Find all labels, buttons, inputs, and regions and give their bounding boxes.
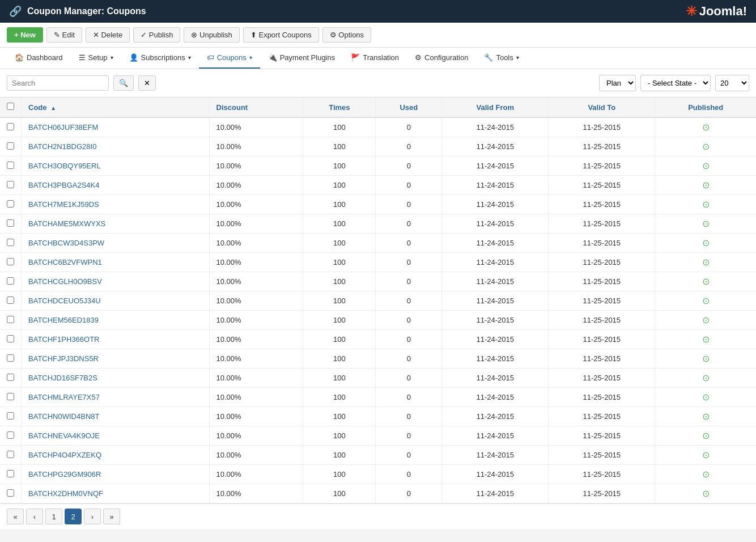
row-checkbox[interactable] <box>7 123 14 130</box>
row-checkbox-cell[interactable] <box>0 446 22 465</box>
row-checkbox[interactable] <box>7 162 14 169</box>
row-code[interactable]: BATCHJD16SF7B2S <box>22 369 210 388</box>
published-icon[interactable]: ⊙ <box>702 238 710 248</box>
row-checkbox-cell[interactable] <box>0 369 22 388</box>
row-checkbox[interactable] <box>7 431 14 439</box>
published-icon[interactable]: ⊙ <box>702 373 710 383</box>
row-code[interactable]: BATCHMLRAYE7X57 <box>22 388 210 407</box>
nav-payment-plugins[interactable]: 🔌 Payment Plugins <box>260 48 343 69</box>
clear-search-button[interactable]: ✕ <box>138 75 156 91</box>
row-checkbox[interactable] <box>7 412 14 420</box>
unpublish-button[interactable]: ⊗ Unpublish <box>184 27 239 43</box>
edit-button[interactable]: ✎ Edit <box>46 27 82 43</box>
nav-configuration[interactable]: ⚙ Configuration <box>407 48 476 69</box>
row-code[interactable]: BATCH7ME1KJ59DS <box>22 195 210 214</box>
row-published[interactable]: ⊙ <box>655 156 756 176</box>
code-link[interactable]: BATCHFJPJ3DNS5R <box>28 354 99 363</box>
row-checkbox-cell[interactable] <box>0 407 22 426</box>
row-code[interactable]: BATCHNEVA4K9OJE <box>22 426 210 446</box>
published-icon[interactable]: ⊙ <box>702 277 710 286</box>
row-checkbox-cell[interactable] <box>0 117 22 137</box>
search-input[interactable] <box>7 75 109 91</box>
published-icon[interactable]: ⊙ <box>702 219 710 228</box>
row-code[interactable]: BATCHCGLH0O9BSV <box>22 272 210 291</box>
delete-button[interactable]: ✕ Delete <box>86 27 130 43</box>
page-1-button[interactable]: 1 <box>45 509 62 524</box>
row-published[interactable]: ⊙ <box>655 407 756 426</box>
code-link[interactable]: BATCHAME5MXWYXS <box>28 219 105 228</box>
published-icon[interactable]: ⊙ <box>702 161 710 171</box>
per-page-select[interactable]: 20 <box>715 75 749 91</box>
published-icon[interactable]: ⊙ <box>702 296 710 306</box>
code-link[interactable]: BATCHPG29GM906R <box>28 470 101 479</box>
code-link[interactable]: BATCH06JUF38EFM <box>28 123 98 132</box>
row-checkbox[interactable] <box>7 451 14 458</box>
code-link[interactable]: BATCHP4O4PXZEKQ <box>28 451 101 459</box>
row-checkbox-cell[interactable] <box>0 253 22 272</box>
row-checkbox[interactable] <box>7 393 14 400</box>
row-code[interactable]: BATCHFJPJ3DNS5R <box>22 349 210 369</box>
code-link[interactable]: BATCHDCEUO5J34U <box>28 297 101 305</box>
row-checkbox[interactable] <box>7 142 14 150</box>
row-code[interactable]: BATCHAME5MXWYXS <box>22 214 210 234</box>
code-link[interactable]: BATCHC6B2VFWPN1 <box>28 258 102 266</box>
row-published[interactable]: ⊙ <box>655 465 756 484</box>
row-checkbox-cell[interactable] <box>0 349 22 369</box>
page-2-button[interactable]: 2 <box>65 509 82 524</box>
row-checkbox[interactable] <box>7 470 14 477</box>
published-icon[interactable]: ⊙ <box>702 200 710 209</box>
row-published[interactable]: ⊙ <box>655 311 756 330</box>
published-icon[interactable]: ⊙ <box>702 142 710 151</box>
first-page-button[interactable]: « <box>7 509 24 524</box>
published-icon[interactable]: ⊙ <box>702 450 710 460</box>
published-icon[interactable]: ⊙ <box>702 257 710 267</box>
new-button[interactable]: + New <box>7 27 43 43</box>
row-checkbox-cell[interactable] <box>0 291 22 311</box>
nav-coupons[interactable]: 🏷 Coupons ▾ <box>199 48 260 69</box>
row-code[interactable]: BATCH06JUF38EFM <box>22 117 210 137</box>
row-published[interactable]: ⊙ <box>655 176 756 195</box>
row-published[interactable]: ⊙ <box>655 117 756 137</box>
row-checkbox-cell[interactable] <box>0 388 22 407</box>
col-valid-to[interactable]: Valid To <box>549 98 655 117</box>
select-all-checkbox[interactable] <box>7 103 14 110</box>
row-published[interactable]: ⊙ <box>655 484 756 503</box>
row-checkbox-cell[interactable] <box>0 426 22 446</box>
row-published[interactable]: ⊙ <box>655 369 756 388</box>
nav-translation[interactable]: 🚩 Translation <box>343 48 407 69</box>
row-checkbox[interactable] <box>7 277 14 285</box>
row-checkbox-cell[interactable] <box>0 214 22 234</box>
plan-filter[interactable]: Plan <box>599 75 636 91</box>
published-icon[interactable]: ⊙ <box>702 354 710 363</box>
row-published[interactable]: ⊙ <box>655 446 756 465</box>
row-checkbox-cell[interactable] <box>0 156 22 176</box>
prev-page-button[interactable]: ‹ <box>26 509 43 524</box>
row-checkbox-cell[interactable] <box>0 176 22 195</box>
row-published[interactable]: ⊙ <box>655 388 756 407</box>
code-link[interactable]: BATCHNEVA4K9OJE <box>28 431 100 440</box>
row-published[interactable]: ⊙ <box>655 349 756 369</box>
nav-tools[interactable]: 🔧 Tools ▾ <box>476 48 526 69</box>
row-checkbox[interactable] <box>7 297 14 304</box>
row-checkbox-cell[interactable] <box>0 311 22 330</box>
code-link[interactable]: BATCH3PBGA2S4K4 <box>28 181 99 189</box>
row-code[interactable]: BATCH3PBGA2S4K4 <box>22 176 210 195</box>
nav-setup[interactable]: ☰ Setup ▾ <box>71 48 121 69</box>
published-icon[interactable]: ⊙ <box>702 122 710 132</box>
code-link[interactable]: BATCHF1PH366OTR <box>28 335 99 344</box>
row-checkbox-cell[interactable] <box>0 465 22 484</box>
row-published[interactable]: ⊙ <box>655 426 756 446</box>
publish-button[interactable]: ✓ Publish <box>133 27 180 43</box>
export-coupons-button[interactable]: ⬆ Export Coupons <box>243 27 319 43</box>
published-icon[interactable]: ⊙ <box>702 489 710 498</box>
col-code[interactable]: Code ▲ <box>22 98 210 117</box>
published-icon[interactable]: ⊙ <box>702 431 710 441</box>
row-code[interactable]: BATCHC6B2VFWPN1 <box>22 253 210 272</box>
row-code[interactable]: BATCHX2DHM0VNQF <box>22 484 210 503</box>
select-all-header[interactable] <box>0 98 22 117</box>
row-code[interactable]: BATCHEM56ED1839 <box>22 311 210 330</box>
last-page-button[interactable]: » <box>103 509 120 524</box>
col-used[interactable]: Used <box>376 98 442 117</box>
code-link[interactable]: BATCH2N1BDG28I0 <box>28 142 96 151</box>
code-link[interactable]: BATCHEM56ED1839 <box>28 316 99 324</box>
